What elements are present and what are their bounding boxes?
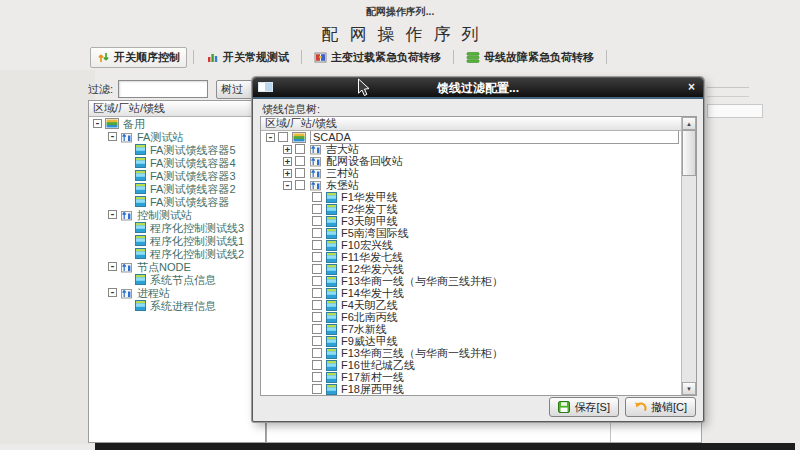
toolbar-separator bbox=[606, 50, 607, 64]
expander-minus-icon[interactable]: - bbox=[93, 119, 102, 128]
scrollbar-thumb[interactable] bbox=[682, 130, 696, 176]
expander-minus-icon[interactable]: - bbox=[266, 133, 275, 142]
tree-row[interactable]: F7水新线 bbox=[261, 323, 681, 335]
tree-label: F1华发甲线 bbox=[341, 191, 398, 203]
tree-row[interactable]: -节点NODE bbox=[89, 260, 265, 273]
tree-checkbox[interactable] bbox=[312, 288, 322, 298]
tree-row[interactable]: -进程站 bbox=[89, 286, 265, 299]
scroll-up-icon[interactable]: ▲ bbox=[682, 117, 696, 130]
tree-row[interactable]: F4天朗乙线 bbox=[261, 299, 681, 311]
tree-row[interactable]: F5南湾国际线 bbox=[261, 227, 681, 239]
tree-row[interactable]: F13华商三线（与华商一线并柜） bbox=[261, 347, 681, 359]
tree-row[interactable]: F9威达甲线 bbox=[261, 335, 681, 347]
tree-row[interactable]: FA测试馈线容器3 bbox=[89, 169, 265, 182]
tree-label: 三村站 bbox=[326, 167, 359, 179]
tree-row[interactable]: F16世纪城乙线 bbox=[261, 359, 681, 371]
save-button[interactable]: 保存[S] bbox=[549, 397, 618, 417]
tree-checkbox[interactable] bbox=[278, 132, 288, 142]
tree-checkbox[interactable] bbox=[312, 228, 322, 238]
tab-bus-fault-transfer[interactable]: 母线故障紧急负荷转移 bbox=[460, 48, 600, 67]
dialog-buttons: 保存[S] 撤销[C] bbox=[549, 397, 696, 417]
tree-checkbox[interactable] bbox=[312, 336, 322, 346]
tree-checkbox[interactable] bbox=[312, 264, 322, 274]
feeder-icon bbox=[326, 312, 337, 323]
tree-row[interactable]: FA测试馈线容器5 bbox=[89, 143, 265, 156]
tree-checkbox[interactable] bbox=[312, 360, 322, 370]
undo-button[interactable]: 撤销[C] bbox=[625, 397, 696, 417]
expander-plus-icon[interactable]: + bbox=[283, 145, 292, 154]
tree-row[interactable]: -控制测试站 bbox=[89, 208, 265, 221]
tree-checkbox[interactable] bbox=[295, 180, 305, 190]
tree-row[interactable]: 系统节点信息 bbox=[89, 273, 265, 286]
tree-row[interactable]: F13华商一线（与华商三线并柜） bbox=[261, 275, 681, 287]
tree-row[interactable]: 程序化控制测试线1 bbox=[89, 234, 265, 247]
tree-checkbox[interactable] bbox=[295, 144, 305, 154]
tree-label: 进程站 bbox=[137, 287, 170, 299]
expander-plus-icon[interactable]: + bbox=[283, 157, 292, 166]
tree-label: 东堡站 bbox=[326, 179, 359, 191]
tab-switch-sequence-control[interactable]: 开关顺序控制 bbox=[90, 47, 187, 68]
tree-row[interactable]: 系统进程信息 bbox=[89, 299, 265, 312]
tree-row[interactable]: -备用 bbox=[89, 117, 265, 130]
background-row-fragment bbox=[707, 104, 763, 118]
tree-row[interactable]: F2华发丁线 bbox=[261, 203, 681, 215]
tree-row[interactable]: FA测试馈线容器4 bbox=[89, 156, 265, 169]
expander-minus-icon[interactable]: - bbox=[108, 132, 117, 141]
tree-row[interactable]: +三村站 bbox=[261, 167, 681, 179]
filter-input[interactable] bbox=[118, 80, 208, 98]
expander-minus-icon[interactable]: - bbox=[108, 288, 117, 297]
tree-row[interactable]: FA测试馈线容器 bbox=[89, 195, 265, 208]
scrollbar[interactable]: ▲ ▼ bbox=[681, 117, 696, 395]
tree-checkbox[interactable] bbox=[312, 324, 322, 334]
tree-label: F4天朗乙线 bbox=[341, 299, 398, 311]
tree-row[interactable]: -SCADA bbox=[261, 131, 681, 143]
tree-row[interactable]: F6北南丙线 bbox=[261, 311, 681, 323]
tree-checkbox[interactable] bbox=[312, 252, 322, 262]
tree-row[interactable]: F11华发七线 bbox=[261, 251, 681, 263]
tree-checkbox[interactable] bbox=[312, 300, 322, 310]
tree-row[interactable]: F3天朗甲线 bbox=[261, 215, 681, 227]
scroll-down-icon[interactable]: ▼ bbox=[682, 382, 696, 395]
feeder-icon bbox=[326, 204, 337, 215]
tree-row[interactable]: +配网设备回收站 bbox=[261, 155, 681, 167]
expander-minus-icon[interactable]: - bbox=[108, 262, 117, 271]
tree-checkbox[interactable] bbox=[295, 168, 305, 178]
tree-row[interactable]: F1华发甲线 bbox=[261, 191, 681, 203]
tree-row[interactable]: F17新村一线 bbox=[261, 371, 681, 383]
tree-row[interactable]: F14华发十线 bbox=[261, 287, 681, 299]
tab-transformer-overload-transfer[interactable]: 主变过载紧急负荷转移 bbox=[308, 48, 447, 67]
tab-switch-routine-test[interactable]: 开关常规测试 bbox=[200, 48, 295, 67]
tree-checkbox[interactable] bbox=[312, 348, 322, 358]
tree-checkbox[interactable] bbox=[312, 276, 322, 286]
tree-checkbox[interactable] bbox=[312, 372, 322, 382]
tree-row[interactable]: -东堡站 bbox=[261, 179, 681, 191]
expander-plus-icon[interactable]: + bbox=[283, 169, 292, 178]
tree-checkbox[interactable] bbox=[312, 312, 322, 322]
expander-minus-icon[interactable]: - bbox=[108, 210, 117, 219]
tree-row[interactable]: 程序化控制测试线2 bbox=[89, 247, 265, 260]
tree-checkbox[interactable] bbox=[312, 192, 322, 202]
tree-row[interactable]: F12华发六线 bbox=[261, 263, 681, 275]
tree-row[interactable]: -FA测试站 bbox=[89, 130, 265, 143]
tree-label: 吉大站 bbox=[326, 143, 359, 155]
dialog-title: 馈线过滤配置... bbox=[253, 80, 703, 97]
station-icon bbox=[120, 287, 133, 299]
tree-row[interactable]: F18屏西甲线 bbox=[261, 383, 681, 395]
tree-checkbox[interactable] bbox=[312, 384, 322, 394]
dialog-titlebar[interactable]: 馈线过滤配置... × bbox=[253, 78, 703, 99]
expander-minus-icon[interactable]: - bbox=[283, 181, 292, 190]
tree-row[interactable]: 程序化控制测试线3 bbox=[89, 221, 265, 234]
tree-checkbox[interactable] bbox=[312, 216, 322, 226]
close-icon[interactable]: × bbox=[688, 80, 695, 94]
tree-row[interactable]: FA测试馈线容器2 bbox=[89, 182, 265, 195]
feeder-filter-dialog: 馈线过滤配置... × 馈线信息树: 区域/厂站/馈线 -SCADA+吉大站+配… bbox=[252, 77, 704, 422]
tree-row[interactable]: F10宏兴线 bbox=[261, 239, 681, 251]
toolbar: 开关顺序控制 开关常规测试 主变过载紧急负荷转移 母线故障紧急负荷转移 bbox=[90, 47, 613, 67]
tree-checkbox[interactable] bbox=[312, 240, 322, 250]
tree-row[interactable]: +吉大站 bbox=[261, 143, 681, 155]
tree-checkbox[interactable] bbox=[295, 156, 305, 166]
tree-checkbox[interactable] bbox=[312, 204, 322, 214]
tree-label: 程序化控制测试线3 bbox=[150, 222, 244, 234]
feeder-icon bbox=[135, 144, 146, 155]
feeder-icon bbox=[135, 183, 146, 194]
